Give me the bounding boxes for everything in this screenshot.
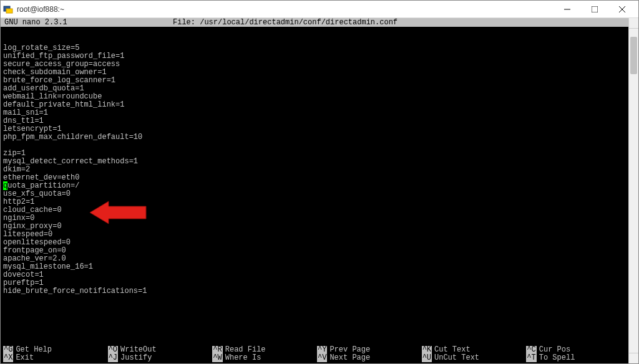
close-button[interactable]	[608, 1, 636, 18]
nano-shortcut: ^XExit	[3, 354, 103, 362]
config-line: dovecot=1	[3, 271, 626, 279]
maximize-button[interactable]	[581, 1, 608, 18]
config-line: dkim=2	[3, 166, 626, 174]
config-line: http2=1	[3, 198, 626, 206]
shortcut-key: ^U	[422, 354, 432, 362]
shortcut-key: ^J	[108, 354, 118, 362]
shortcut-key: ^T	[526, 354, 536, 362]
nano-footer: ^GGet Help^OWriteOut^RRead File^YPrev Pa…	[1, 346, 628, 363]
config-line	[3, 141, 626, 150]
nano-version: GNU nano 2.3.1	[4, 19, 160, 27]
nano-header: GNU nano 2.3.1 File: /usr/local/directad…	[1, 18, 628, 27]
config-line: nginx=0	[3, 214, 626, 223]
nano-body[interactable]: log_rotate_size=5unified_ftp_password_fi…	[1, 27, 628, 297]
scroll-thumb[interactable]	[630, 37, 637, 74]
terminal-area: GNU nano 2.3.1 File: /usr/local/directad…	[1, 18, 638, 363]
config-line: default_private_html_link=1	[3, 101, 626, 109]
config-line: mysql_milestone_16=1	[3, 263, 626, 271]
terminal-window: root@iof888:~ GNU nano 2.3.1 File: /usr/…	[0, 0, 639, 364]
config-line: brute_force_log_scanner=1	[3, 77, 626, 85]
config-line: php_fpm_max_children_default=10	[3, 133, 626, 141]
config-line: ethernet_dev=eth0	[3, 174, 626, 182]
shortcut-label: UnCut Text	[434, 354, 479, 362]
config-line: dns_ttl=1	[3, 117, 626, 125]
shortcut-label: Where Is	[225, 354, 261, 362]
config-line: mail_sni=1	[3, 109, 626, 117]
shortcut-key: ^X	[3, 354, 13, 362]
config-line: litespeed=0	[3, 231, 626, 239]
config-line: cloud_cache=0	[3, 206, 626, 214]
nano-shortcut: ^WWhere Is	[212, 354, 312, 362]
shortcut-label: Justify	[120, 354, 152, 362]
window-title: root@iof888:~	[17, 5, 554, 14]
nano-shortcut: ^UUnCut Text	[422, 354, 522, 362]
shortcut-label: To Spell	[539, 354, 575, 362]
config-line: openlitespeed=0	[3, 239, 626, 247]
vertical-scrollbar[interactable]	[628, 18, 638, 363]
shortcut-key: ^V	[317, 354, 327, 362]
shortcut-key: ^W	[212, 354, 222, 362]
config-line: nginx_proxy=0	[3, 223, 626, 231]
config-line: apache_ver=2.0	[3, 255, 626, 263]
config-line: mysql_detect_correct_methods=1	[3, 158, 626, 166]
window-buttons	[554, 1, 636, 18]
config-line: hide_brute_force_notifications=1	[3, 287, 626, 295]
config-line	[3, 28, 626, 36]
config-line: quota_partition=/	[3, 182, 626, 190]
nano-file-label: File: /usr/local/directadmin/conf/direct…	[160, 19, 625, 27]
nano-shortcut: ^JJustify	[108, 354, 208, 362]
nano-shortcut: ^TTo Spell	[526, 354, 626, 362]
svg-rect-3	[592, 6, 598, 12]
nano-shortcut: ^VNext Page	[317, 354, 417, 362]
svg-rect-1	[6, 9, 12, 13]
shortcut-label: Exit	[16, 354, 34, 362]
config-line	[3, 36, 626, 44]
config-line: frontpage_on=0	[3, 247, 626, 255]
terminal[interactable]: GNU nano 2.3.1 File: /usr/local/directad…	[1, 18, 628, 363]
putty-icon	[3, 4, 13, 14]
minimize-button[interactable]	[554, 1, 581, 18]
config-line: use_xfs_quota=0	[3, 190, 626, 198]
shortcut-label: Next Page	[329, 354, 370, 362]
titlebar[interactable]: root@iof888:~	[1, 1, 638, 18]
